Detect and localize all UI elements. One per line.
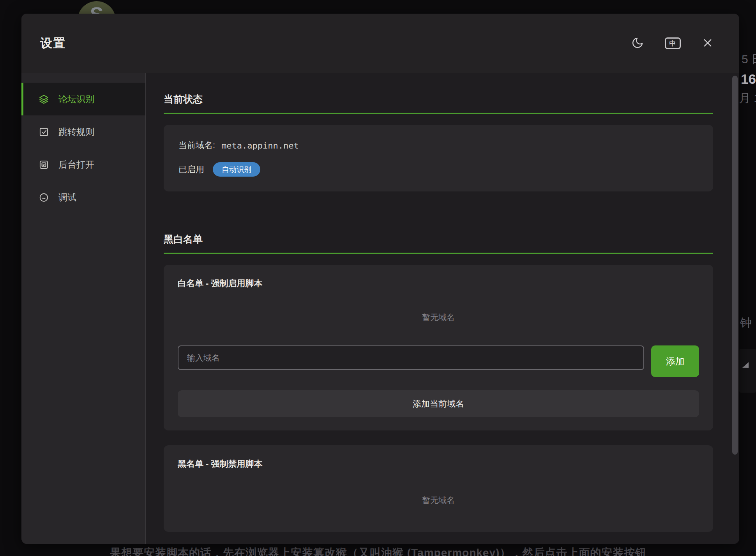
background-clipped-text: 果想要安装脚本的话，先在浏览器上安装篡改猴（又叫油猴 (Tampermonkey… bbox=[110, 545, 646, 556]
section-divider bbox=[164, 113, 713, 114]
section-divider bbox=[164, 253, 713, 254]
background-text-fragment: 16 bbox=[741, 71, 756, 87]
smiley-icon bbox=[39, 192, 49, 203]
checkbox-icon bbox=[39, 127, 49, 137]
sidebar-item-jump-rules[interactable]: 跳转规则 bbox=[21, 115, 145, 148]
whitelist-card: 白名单 - 强制启用脚本 暂无域名 添加 添加当前域名 bbox=[164, 265, 713, 430]
header-actions: 中 bbox=[629, 34, 717, 52]
sidebar-item-label: 后台打开 bbox=[58, 159, 94, 171]
whitelist-title: 白名单 - 强制启用脚本 bbox=[178, 278, 699, 289]
current-domain-row: 当前域名: meta.appinn.net bbox=[178, 140, 698, 151]
settings-dialog: 设置 中 bbox=[21, 14, 739, 544]
sidebar-item-label: 论坛识别 bbox=[58, 93, 94, 105]
enabled-label: 已启用 bbox=[178, 164, 204, 175]
current-domain-value: meta.appinn.net bbox=[221, 141, 299, 151]
background-text-fragment: 钟 bbox=[740, 315, 752, 331]
sidebar-item-background-open[interactable]: 后台打开 bbox=[21, 148, 145, 181]
settings-content: 当前状态 当前域名: meta.appinn.net 已启用 自动识别 黑白名单 bbox=[146, 73, 739, 544]
add-domain-button[interactable]: 添加 bbox=[651, 345, 699, 377]
enabled-status-row: 已启用 自动识别 bbox=[178, 162, 698, 177]
section-title-status: 当前状态 bbox=[164, 93, 713, 106]
language-icon: 中 bbox=[665, 37, 681, 49]
settings-sidebar: 论坛识别 跳转规则 后 bbox=[21, 73, 146, 544]
blacklist-card: 黑名单 - 强制禁用脚本 暂无域名 bbox=[164, 445, 713, 532]
add-current-domain-button[interactable]: 添加当前域名 bbox=[178, 390, 699, 417]
whitelist-input-row: 添加 bbox=[178, 345, 699, 377]
layers-icon bbox=[39, 94, 49, 104]
theme-toggle-button[interactable] bbox=[629, 34, 646, 52]
blacklist-title: 黑名单 - 强制禁用脚本 bbox=[178, 458, 699, 470]
background-image-thumbnail bbox=[739, 349, 756, 393]
lists-section: 黑白名单 白名单 - 强制启用脚本 暂无域名 添加 添加当前域名 黑名单 - 强… bbox=[164, 233, 713, 532]
whitelist-empty-text: 暂无域名 bbox=[178, 312, 699, 323]
window-icon bbox=[39, 159, 49, 170]
background-text-fragment: 月 1 bbox=[739, 90, 756, 106]
language-toggle-button[interactable]: 中 bbox=[664, 34, 682, 52]
close-button[interactable] bbox=[699, 34, 717, 52]
sidebar-item-debug[interactable]: 调试 bbox=[21, 181, 145, 214]
blacklist-empty-text: 暂无域名 bbox=[178, 495, 699, 506]
dialog-title: 设置 bbox=[40, 35, 66, 51]
background-text-fragment: 5 日 bbox=[742, 51, 756, 67]
sidebar-item-forum-detect[interactable]: 论坛识别 bbox=[21, 83, 145, 115]
current-domain-label: 当前域名: bbox=[178, 140, 215, 151]
scrollbar-thumb[interactable] bbox=[732, 76, 738, 455]
sidebar-item-label: 调试 bbox=[58, 191, 76, 204]
close-icon bbox=[702, 37, 713, 50]
moon-icon bbox=[631, 37, 644, 50]
sidebar-item-label: 跳转规则 bbox=[58, 126, 94, 138]
domain-input[interactable] bbox=[178, 345, 644, 370]
dialog-body: 论坛识别 跳转规则 后 bbox=[21, 73, 739, 544]
section-title-lists: 黑白名单 bbox=[164, 233, 713, 246]
dialog-header: 设置 中 bbox=[21, 14, 739, 73]
status-badge: 自动识别 bbox=[213, 162, 260, 177]
current-status-card: 当前域名: meta.appinn.net 已启用 自动识别 bbox=[164, 125, 713, 191]
